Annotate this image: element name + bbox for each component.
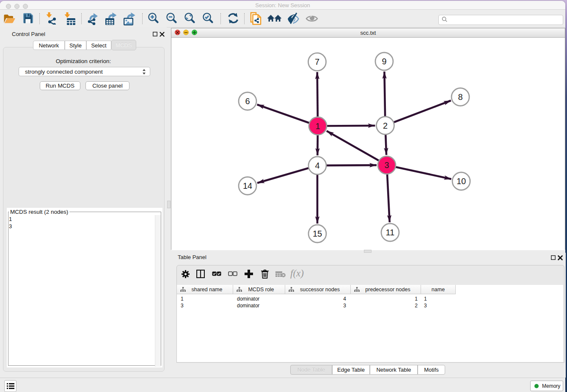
svg-text:11: 11: [386, 228, 395, 237]
svg-text:3: 3: [384, 160, 389, 170]
svg-text:8: 8: [458, 92, 462, 102]
svg-text:9: 9: [382, 57, 386, 66]
svg-text:14: 14: [243, 181, 252, 190]
svg-text:4: 4: [315, 161, 319, 170]
svg-text:7: 7: [315, 57, 319, 66]
svg-text:15: 15: [313, 229, 322, 238]
svg-text:6: 6: [245, 97, 250, 106]
svg-text:1: 1: [315, 121, 320, 131]
svg-text:10: 10: [457, 177, 466, 186]
svg-text:2: 2: [383, 121, 388, 130]
